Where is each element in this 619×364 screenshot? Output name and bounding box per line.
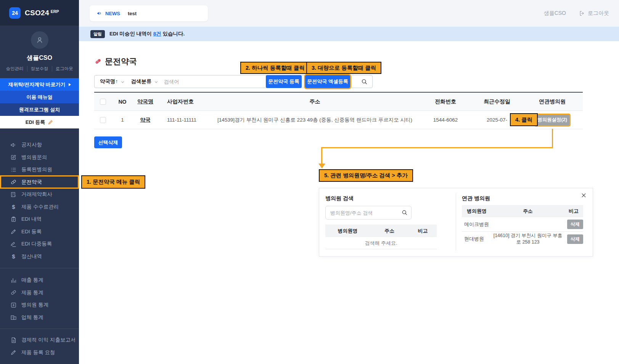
document-icon <box>10 337 17 343</box>
sidebar-item-registered-hospitals[interactable]: 등록된병의원 <box>0 164 79 176</box>
guide-arrow-segment <box>321 147 553 148</box>
annotation-step1: 1. 문전약국 메뉴 클릭 <box>81 175 145 189</box>
sidebar-item-company-stats[interactable]: 업체 통계 <box>0 311 79 324</box>
sidebar-item-notices[interactable]: 공지사항 <box>0 139 79 151</box>
logo-name: CSO24 <box>25 9 49 17</box>
header-pharmacy-name[interactable]: 약국명 <box>133 98 158 105</box>
related-hospital-address: [14610] 경기 부천시 원미구 부흥로 258 123 <box>492 233 564 245</box>
alert-text: EDI 미승인 내역이 8건 있습니다. <box>109 30 185 37</box>
search-button[interactable] <box>361 78 368 85</box>
news-banner[interactable]: NEWS test <box>90 5 208 21</box>
page-title-text: 문전약국 <box>105 56 137 67</box>
related-hospital-name: 메이크병원 <box>462 221 492 228</box>
header-modified-date: 최근수정일 <box>472 98 522 105</box>
pencil-icon <box>10 349 17 356</box>
quick-button-label: EDI 등록 <box>26 119 45 126</box>
bar-chart-icon <box>10 277 17 284</box>
logout-link[interactable]: 로그아웃 <box>52 66 77 72</box>
logout-button[interactable]: 로그아웃 <box>579 10 609 17</box>
header-note: 비고 <box>564 208 583 215</box>
logout-label: 로그아웃 <box>588 10 609 17</box>
alert-count-link[interactable]: 8건 <box>153 31 161 37</box>
quick-button-remote-install[interactable]: 원격프로그램 설치 <box>0 103 79 116</box>
capsule-icon <box>10 179 17 185</box>
select-all-checkbox[interactable] <box>100 99 106 105</box>
logo[interactable]: 24 CSO24 ERP <box>0 0 79 26</box>
sidebar-item-label: 병의원문의 <box>21 154 47 161</box>
register-pharmacy-button[interactable]: 문전약국 등록 <box>266 75 302 88</box>
pharmacy-name-link[interactable]: 약국 <box>140 117 151 123</box>
delete-related-button[interactable]: 삭제 <box>567 220 583 229</box>
excel-register-button[interactable]: 문전약국 엑셀등록 <box>305 75 350 88</box>
topbar-username[interactable]: 샘플CSO <box>544 10 566 17</box>
quick-button-label: 재위탁/전자계약 바로가기 <box>8 81 65 88</box>
sidebar-item-trading-pharma[interactable]: 거래제약회사 <box>0 188 79 201</box>
quick-button-manual[interactable]: 이용 매뉴얼 <box>0 91 79 103</box>
sidebar-item-edi-multi[interactable]: EDI 다중등록 <box>0 238 79 250</box>
hospital-setting-button[interactable]: 병의원설정(2) <box>534 114 571 127</box>
quick-button-label: 원격프로그램 설치 <box>19 106 60 113</box>
pencil-icon <box>10 228 17 235</box>
sidebar-item-munjeon-pharmacy[interactable]: 문전약국 <box>0 176 79 189</box>
cell-phone: 1544-6062 <box>419 117 472 123</box>
sidebar-item-label: 문전약국 <box>21 179 42 186</box>
related-hospital-title: 연관 병의원 <box>462 195 583 202</box>
guide-arrow-head <box>318 164 325 168</box>
header-note: 비고 <box>409 228 437 234</box>
delete-selected-button[interactable]: 선택삭제 <box>94 136 122 148</box>
related-hospital-row: 현대병원 [14610] 경기 부천시 원미구 부흥로 258 123 삭제 <box>462 232 583 246</box>
sidebar-item-hospital-stats[interactable]: 병의원 통계 <box>0 299 79 311</box>
sidebar-item-settlement[interactable]: $ 정산내역 <box>0 250 79 263</box>
quick-button-edi-register[interactable]: EDI 등록 <box>0 116 79 128</box>
sidebar-item-product-request[interactable]: 제품 등록 요청 <box>0 346 79 359</box>
sidebar-item-hospital-inquiry[interactable]: 병의원문의 <box>0 151 79 164</box>
sidebar-item-label: 병의원 통계 <box>21 301 48 308</box>
pill-icon <box>94 58 102 65</box>
building-icon <box>10 191 17 198</box>
hospital-search-input[interactable] <box>325 206 412 220</box>
approval-manage-link[interactable]: 승인관리 <box>3 66 27 72</box>
app-root: 24 CSO24 ERP 샘플CSO 승인관리 정보수정 로그아웃 재위탁/전자… <box>0 0 619 364</box>
header-related-hospital: 연관병의원 <box>522 98 583 105</box>
row-checkbox[interactable] <box>100 117 106 123</box>
building-icon <box>10 314 17 321</box>
pencil-icon <box>48 119 53 125</box>
sidebar-item-label: 제품 통계 <box>21 289 43 296</box>
alert-prefix: EDI 미승인 내역이 <box>109 31 152 37</box>
hospital-search-button[interactable] <box>401 209 408 217</box>
clipboard-icon <box>10 216 17 223</box>
pencil-icon <box>10 241 17 247</box>
sidebar-item-label: EDI 내역 <box>21 216 42 223</box>
speaker-icon <box>96 10 103 16</box>
sidebar-item-product-fees[interactable]: $ 제품 수수료관리 <box>0 201 79 213</box>
search-icon <box>361 78 368 85</box>
cell-address: [14539]경기 부천시 원미구 신흥로 223 49층 (중동, 신중동역 … <box>211 117 419 123</box>
category-select[interactable]: 검색분류 <box>131 78 151 85</box>
quick-button-recontract[interactable]: 재위탁/전자계약 바로가기 <box>0 78 79 91</box>
sidebar-item-label: 거래제약회사 <box>21 191 52 198</box>
news-label: NEWS <box>105 11 120 16</box>
table-header-row: NO 약국명 사업자번호 주소 전화번호 최근수정일 연관병의원 <box>94 93 583 111</box>
page-title: 문전약국 <box>94 56 137 67</box>
sidebar-item-label: 공지사항 <box>21 141 42 148</box>
panel-divider <box>456 193 456 251</box>
cell-no: 1 <box>112 117 133 123</box>
annotation-step3: 3. 대량으로 등록할때 클릭 <box>306 62 381 74</box>
header-address: 주소 <box>492 208 564 215</box>
delete-related-button[interactable]: 삭제 <box>567 234 583 244</box>
profile-card: 샘플CSO 승인관리 정보수정 로그아웃 <box>0 31 79 72</box>
related-header-row: 병의원명 주소 비고 <box>462 205 583 217</box>
logout-icon <box>579 10 585 16</box>
person-icon <box>35 35 44 45</box>
sidebar-item-sales-stats[interactable]: 매출 통계 <box>0 274 79 287</box>
sidebar-item-product-stats[interactable]: 제품 통계 <box>0 287 79 299</box>
sidebar-item-edi-history[interactable]: EDI 내역 <box>0 213 79 226</box>
edit-info-link[interactable]: 정보수정 <box>27 66 52 72</box>
cell-business-number: 111-11-11111 <box>158 117 211 123</box>
hospital-setting-panel: 병의원 검색 병의원명 주소 비고 검색해 주세요. 연관 병의원 병의원명 주… <box>319 188 593 257</box>
header-no: NO <box>112 99 133 105</box>
hospital-search-title: 병의원 검색 <box>325 195 437 202</box>
sidebar-item-expense-report[interactable]: 경제적 이익 지출보고서 <box>0 334 79 346</box>
sort-select[interactable]: 약국명↑ <box>100 78 118 85</box>
sidebar-item-edi-register[interactable]: EDI 등록 <box>0 226 79 238</box>
